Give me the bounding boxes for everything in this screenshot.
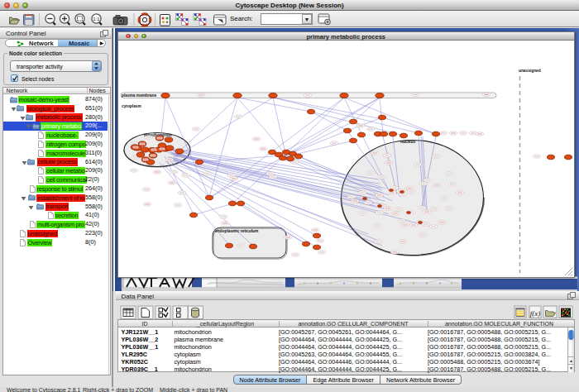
svg-text:unassigned: unassigned [519, 69, 541, 73]
svg-text:nucleus: nucleus [400, 140, 415, 144]
svg-text:cytoplasm: cytoplasm [122, 104, 141, 108]
svg-text:plasma membrane: plasma membrane [122, 93, 156, 98]
svg-text:1:1: 1:1 [93, 17, 100, 22]
svg-text:f(x): f(x) [530, 309, 541, 318]
svg-text:endoplasmic reticulum: endoplasmic reticulum [215, 229, 258, 233]
